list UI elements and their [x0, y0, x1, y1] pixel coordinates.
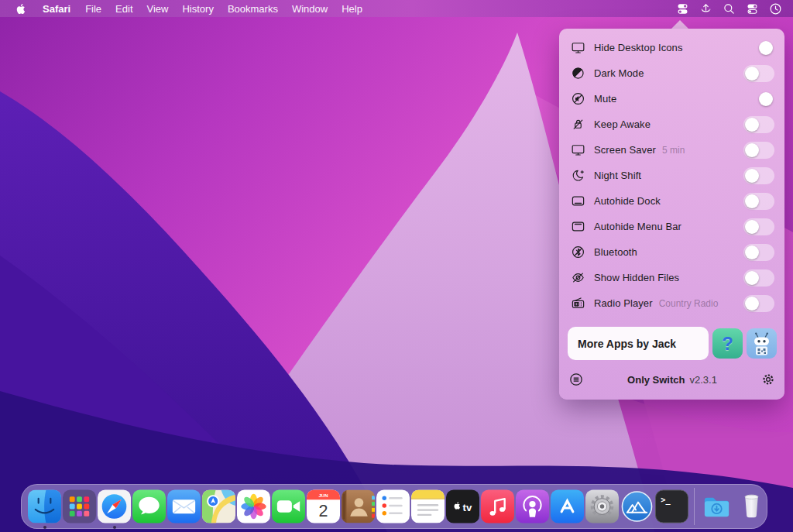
gear-icon	[760, 372, 776, 387]
switch-row-screen-saver[interactable]: Screen Saver5 min	[559, 137, 784, 163]
toggle-bluetooth[interactable]	[743, 244, 774, 261]
toggle-knob	[745, 194, 759, 208]
menu-edit[interactable]: Edit	[108, 3, 139, 15]
question-app-icon[interactable]: ?	[712, 328, 743, 359]
toggle-knob	[745, 245, 759, 259]
dock-item-finder[interactable]	[28, 489, 61, 523]
dock-item-appstore[interactable]	[551, 489, 584, 523]
eye-slash-icon	[568, 270, 587, 285]
switch-label: Screen Saver	[594, 144, 656, 156]
dock-item-maps[interactable]	[202, 489, 235, 523]
menu-file[interactable]: File	[78, 3, 108, 15]
toggle-knob	[745, 297, 759, 311]
control-center-icon[interactable]	[742, 0, 762, 17]
display-icon	[568, 40, 587, 55]
more-apps-label: More Apps by Jack	[568, 338, 676, 350]
hamburger-icon	[568, 372, 584, 387]
settings-button[interactable]	[760, 371, 777, 388]
switch-label: Radio Player	[594, 297, 653, 309]
dock-item-systemprefs[interactable]	[585, 489, 619, 523]
switch-row-autohide-dock[interactable]: Autohide Dock	[559, 188, 784, 214]
panel-footer: Only Switchv2.3.1	[568, 368, 777, 391]
bluetooth-slash-icon	[568, 245, 587, 259]
upload-arrow-icon[interactable]	[695, 0, 716, 17]
menu-list-button[interactable]	[568, 371, 585, 388]
switch-row-radio-player[interactable]: Radio PlayerCountry Radio	[559, 290, 784, 316]
switch-label: Dark Mode	[594, 67, 644, 79]
toggle-autohide-menu-bar[interactable]	[743, 218, 774, 235]
dock-item-photos[interactable]	[237, 489, 270, 523]
menu-bookmarks[interactable]: Bookmarks	[221, 3, 285, 15]
switch-row-mute[interactable]: Mute	[559, 86, 784, 112]
toggle-dark-mode[interactable]	[743, 65, 774, 82]
clock-icon[interactable]	[765, 0, 785, 17]
toggle-keep-awake[interactable]	[743, 116, 774, 133]
switch-label: Show Hidden Files	[594, 272, 679, 283]
robot-app-icon[interactable]	[747, 328, 777, 359]
menu-history[interactable]: History	[175, 3, 220, 15]
switch-row-hide-desktop-icons[interactable]: Hide Desktop Icons	[559, 35, 784, 60]
dock-item-trash[interactable]	[735, 489, 768, 523]
robot-icon	[747, 328, 777, 359]
switch-label: Night Shift	[594, 170, 641, 181]
more-apps-banner[interactable]: More Apps by Jack	[568, 327, 709, 360]
svg-text:>_: >_	[661, 495, 671, 505]
toggle-screen-saver[interactable]	[743, 142, 774, 159]
switch-row-night-shift[interactable]: Night Shift	[559, 163, 784, 188]
apple-menu[interactable]	[8, 2, 35, 15]
dock-divider	[694, 488, 695, 525]
screensaver-icon	[568, 142, 587, 157]
dock-item-podcasts[interactable]	[516, 489, 549, 523]
dock-item-reminders[interactable]	[376, 489, 410, 523]
switch-row-dark-mode[interactable]: Dark Mode	[559, 60, 784, 86]
switch-label: Hide Desktop Icons	[594, 42, 683, 53]
switch-row-show-hidden-files[interactable]: Show Hidden Files	[559, 265, 784, 290]
dock-item-safari[interactable]	[98, 489, 131, 523]
toggle-knob	[745, 118, 759, 132]
toggle-knob	[759, 41, 773, 55]
toggle-knob	[745, 143, 759, 157]
switch-label: Keep Awake	[594, 118, 651, 130]
toggle-knob	[745, 67, 759, 81]
toggle-radio-player[interactable]	[743, 295, 774, 312]
switch-detail[interactable]: 5 min	[662, 145, 685, 156]
radio-icon	[568, 296, 587, 311]
dock-item-calendar[interactable]: JUN2	[307, 489, 340, 523]
dock-item-facetime[interactable]	[272, 489, 305, 523]
toggle-knob	[745, 169, 759, 183]
menu-bar: Safari FileEditViewHistoryBookmarksWindo…	[0, 0, 793, 17]
menu-help[interactable]: Help	[335, 3, 369, 15]
switch-detail[interactable]: Country Radio	[659, 298, 719, 309]
dock-item-music[interactable]	[481, 489, 514, 523]
dock-item-messages[interactable]	[132, 489, 166, 523]
switch-row-keep-awake[interactable]: Keep Awake	[559, 112, 784, 137]
speaker-slash-icon	[568, 91, 587, 106]
toggle-mute[interactable]	[743, 91, 774, 108]
toggle-show-hidden-files[interactable]	[743, 269, 774, 287]
spotlight-search-icon[interactable]	[719, 0, 739, 17]
dock-item-mountain[interactable]	[620, 489, 654, 523]
dock-item-tv[interactable]: tv	[446, 489, 479, 523]
dock-item-contacts[interactable]	[342, 489, 375, 523]
toggle-autohide-dock[interactable]	[743, 193, 774, 210]
switch-row-autohide-menu-bar[interactable]: Autohide Menu Bar	[559, 214, 784, 239]
toggle-knob	[745, 220, 759, 234]
app-title: Only Switchv2.3.1	[568, 374, 777, 386]
dock-item-terminal[interactable]: >_	[655, 489, 688, 523]
toggle-knob	[745, 271, 759, 285]
switch-label: Bluetooth	[594, 246, 637, 258]
awake-slash-icon	[568, 117, 587, 132]
dock-item-downloads[interactable]	[700, 489, 733, 523]
dock-item-launchpad[interactable]	[63, 489, 96, 523]
toggle-night-shift[interactable]	[743, 167, 774, 184]
toggle-hide-desktop-icons[interactable]	[743, 39, 774, 57]
switch-row-bluetooth[interactable]: Bluetooth	[559, 239, 784, 265]
dock-item-mail[interactable]	[167, 489, 201, 523]
dock-item-notes[interactable]	[411, 489, 445, 523]
only-switch-menu-icon[interactable]	[672, 0, 692, 17]
svg-text:2: 2	[319, 502, 328, 520]
menu-view[interactable]: View	[140, 3, 176, 15]
apple-logo-icon	[15, 2, 27, 15]
menu-window[interactable]: Window	[285, 3, 335, 15]
active-app-menu[interactable]: Safari	[35, 3, 78, 15]
